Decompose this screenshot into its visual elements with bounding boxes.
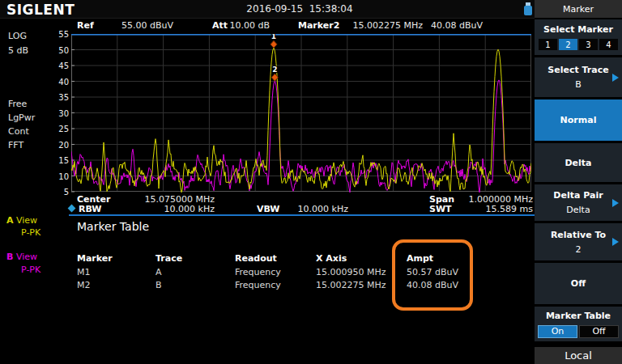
select-marker-button[interactable]: Select Marker 1234 <box>535 19 622 55</box>
column-header-xaxis: X Axis <box>316 253 347 264</box>
trace-a-id: A <box>6 215 14 226</box>
span-value: 1.000000 MHz <box>441 194 533 204</box>
toggle-off-button[interactable]: Off <box>579 325 619 338</box>
m1-trace: A <box>156 267 162 277</box>
y-axis-label: 30 <box>50 109 69 118</box>
trace-a-legend: A View <box>6 215 37 226</box>
ref-level-line <box>71 34 531 36</box>
delta-label: Delta <box>564 158 591 168</box>
toggle-on-button[interactable]: On <box>538 325 577 338</box>
ref-level-label: Ref <box>77 20 94 32</box>
ampt-column-highlight <box>392 239 473 311</box>
column-header-marker: Marker <box>77 253 113 264</box>
y-axis-label: 45 <box>50 61 69 70</box>
y-axis-label: 25 <box>50 125 69 133</box>
on-off-toggle: On Off <box>538 325 619 338</box>
select-marker-option-1[interactable]: 1 <box>539 39 557 50</box>
m1-name: M1 <box>77 267 91 277</box>
active-marker-label: Marker2 <box>298 20 339 32</box>
trace-a-detector: P-PK <box>21 227 40 238</box>
m2-trace: B <box>156 280 162 290</box>
m2-readout: Frequency <box>235 280 281 290</box>
rbw-marker-icon <box>68 205 76 213</box>
usb-icon <box>522 2 533 16</box>
active-marker-frequency: 15.002275 MHz <box>348 20 423 32</box>
select-marker-label: Select Marker <box>543 24 613 35</box>
brand-logo: SIGLENT <box>6 2 75 18</box>
y-axis-label: 40 <box>50 78 69 87</box>
column-header-readout: Readout <box>235 253 277 264</box>
spectrum-plot: 12 <box>71 34 531 193</box>
normal-label: Normal <box>560 115 597 125</box>
local-label: Local <box>564 349 592 362</box>
column-header-trace: Trace <box>156 253 182 264</box>
menu-title: Marker <box>535 0 622 18</box>
y-axis-label: 5 <box>50 188 69 197</box>
sidebar-item-fft: FFT <box>8 140 23 150</box>
marker-1-diamond <box>271 40 277 48</box>
normal-button[interactable]: Normal <box>535 99 622 141</box>
select-marker-option-2[interactable]: 2 <box>559 39 577 50</box>
trace-a-state: View <box>16 215 37 226</box>
marker-1-label: 1 <box>271 34 276 40</box>
select-trace-label: Select Trace <box>547 65 608 75</box>
delta-pair-value: Delta <box>566 205 590 215</box>
trace-b-legend: B View <box>6 252 37 262</box>
sidebar-item-log: LOG <box>8 31 27 41</box>
off-button[interactable]: Off <box>535 263 622 304</box>
y-axis-label: 35 <box>50 93 69 102</box>
relative-to-button[interactable]: Relative To 2 <box>535 223 622 260</box>
marker-table-toggle-label: Marker Table <box>546 311 611 321</box>
trace-b-state: View <box>16 252 37 262</box>
y-axis-label: 10 <box>50 172 69 181</box>
top-status-bar: SIGLENT 2016-09-15 15:38:04 <box>0 0 622 19</box>
m2-xaxis: 15.002275 MHz <box>316 280 386 290</box>
m1-xaxis: 15.000950 MHz <box>316 267 386 277</box>
sidebar-item-cont: Cont <box>8 126 29 137</box>
chevron-right-icon <box>612 199 619 207</box>
y-axis-label: 55 <box>50 30 69 39</box>
rbw-value: 10.000 kHz <box>109 204 215 214</box>
section-divider <box>69 214 535 216</box>
delta-pair-button[interactable]: Delta Pair Delta <box>535 184 622 221</box>
marker-2-label: 2 <box>272 66 277 74</box>
center-freq-value: 15.075000 MHz <box>109 194 215 204</box>
attenuation-value: 10.00 dB <box>225 20 270 32</box>
swt-value: 15.589 ms <box>441 204 533 214</box>
off-label: Off <box>571 278 586 289</box>
y-axis-label: 50 <box>50 46 69 55</box>
relative-to-label: Relative To <box>551 230 606 240</box>
vbw-value: 10.000 kHz <box>275 204 348 214</box>
local-button[interactable]: Local <box>535 347 622 364</box>
trace-b-id: B <box>6 252 13 262</box>
sidebar-item-lgpwr: LgPwr <box>8 112 35 123</box>
marker-table-title: Marker Table <box>77 220 149 233</box>
delta-button[interactable]: Delta <box>535 143 622 182</box>
trace-b-detector: P-PK <box>21 265 40 275</box>
marker-table-toggle: Marker Table On Off <box>535 307 622 341</box>
y-axis-label: 15 <box>50 156 69 165</box>
y-axis-label: 20 <box>50 141 69 150</box>
select-trace-value: B <box>575 79 582 90</box>
datetime-display: 2016-09-15 15:38:04 <box>69 3 530 15</box>
center-freq-label: Center <box>77 194 111 204</box>
chevron-right-icon <box>612 238 619 246</box>
m2-name: M2 <box>77 280 91 290</box>
sidebar-item-trigger: Free <box>8 99 27 109</box>
delta-pair-label: Delta Pair <box>553 190 603 201</box>
sidebar-item-scale: 5 dB <box>8 45 28 56</box>
m1-readout: Frequency <box>235 267 281 277</box>
select-marker-options: 1234 <box>539 39 618 50</box>
ref-level-value: 55.00 dBuV <box>99 20 173 32</box>
chevron-right-icon <box>612 74 619 82</box>
select-trace-button[interactable]: Select Trace B <box>535 57 622 97</box>
select-marker-option-4[interactable]: 4 <box>599 39 618 50</box>
menu-title-text: Marker <box>563 4 594 15</box>
softkey-menu-panel: Marker Select Marker 1234 Select Trace B… <box>535 0 622 364</box>
select-marker-option-3[interactable]: 3 <box>579 39 598 50</box>
relative-to-value: 2 <box>576 244 582 255</box>
rbw-label: RBW <box>79 204 101 214</box>
active-marker-amplitude: 40.08 dBuV <box>428 20 483 32</box>
